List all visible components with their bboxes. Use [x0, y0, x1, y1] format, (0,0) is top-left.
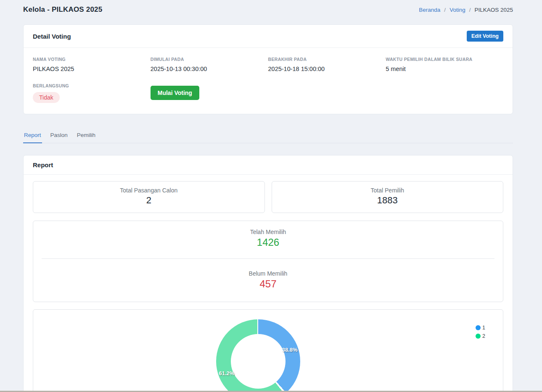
field-label: WAKTU PEMILIH DALAM BILIK SUARA — [386, 57, 503, 62]
field-berakhir-pada: BERAKHIR PADA 2025-10-18 15:00:00 — [268, 57, 386, 72]
breadcrumb-separator: / — [444, 7, 446, 13]
stat-label: Telah Memilih — [42, 229, 494, 235]
legend-dot-green — [476, 334, 481, 339]
stat-value-red: 457 — [42, 278, 494, 290]
stat-value: 2 — [38, 195, 259, 206]
legend-item-1[interactable]: 1 — [476, 325, 485, 331]
status-badge: Tidak — [33, 92, 60, 103]
detail-voting-header: Detail Voting Edit Voting — [24, 25, 513, 48]
stat-label: Total Pemilih — [277, 187, 498, 194]
legend-item-2[interactable]: 2 — [476, 333, 485, 339]
vote-share-chart: 38.8% 61.2% 1 2 — [33, 309, 503, 392]
tab-paslon[interactable]: Paslon — [50, 128, 69, 143]
stat-total-pemilih: Total Pemilih 1883 — [272, 181, 504, 213]
detail-voting-title: Detail Voting — [33, 33, 71, 40]
tab-bar: Report Paslon Pemilih — [23, 128, 513, 143]
field-value: 2025-10-13 00:30:00 — [151, 66, 268, 72]
slice-label-2: 61.2% — [219, 370, 234, 376]
field-dimulai-pada: DIMULAI PADA 2025-10-13 00:30:00 — [151, 57, 268, 72]
chart-legend: 1 2 — [476, 325, 485, 339]
stat-label: Total Pasangan Calon — [38, 187, 259, 194]
stat-belum-memilih: Belum Memilih 457 — [42, 270, 494, 290]
stat-row: Total Pasangan Calon 2 Total Pemilih 188… — [33, 181, 503, 213]
start-voting-cell: Mulai Voting — [151, 83, 268, 103]
slice-label-1: 38.8% — [282, 347, 298, 353]
legend-dot-blue — [476, 325, 481, 330]
field-waktu-bilik: WAKTU PEMILIH DALAM BILIK SUARA 5 menit — [386, 57, 503, 72]
breadcrumb-current: PILKAOS 2025 — [474, 7, 513, 13]
mulai-voting-button[interactable]: Mulai Voting — [151, 86, 199, 100]
field-value: 2025-10-18 15:00:00 — [268, 66, 386, 72]
breadcrumb: Beranda / Voting / PILKAOS 2025 — [419, 7, 513, 13]
legend-label: 2 — [482, 333, 485, 339]
field-label: BERAKHIR PADA — [268, 57, 386, 62]
report-header: Report — [24, 155, 513, 175]
field-label: NAMA VOTING — [33, 57, 151, 62]
breadcrumb-separator: / — [469, 7, 471, 13]
breadcrumb-link-voting[interactable]: Voting — [449, 7, 465, 13]
page-header: Kelola - PILKAOS 2025 Beranda / Voting /… — [23, 0, 513, 24]
field-value: PILKAOS 2025 — [33, 66, 151, 72]
stat-total-paslon: Total Pasangan Calon 2 — [33, 181, 265, 213]
tab-report[interactable]: Report — [23, 128, 42, 143]
stat-telah-memilih: Telah Memilih 1426 — [42, 229, 494, 248]
detail-voting-body: NAMA VOTING PILKAOS 2025 DIMULAI PADA 20… — [24, 48, 513, 114]
tab-pemilih[interactable]: Pemilih — [76, 128, 96, 143]
stat-value-green: 1426 — [42, 237, 494, 248]
edit-voting-button[interactable]: Edit Voting — [467, 31, 503, 42]
report-title: Report — [33, 161, 53, 168]
stat-label: Belum Memilih — [42, 270, 494, 277]
donut-chart: 38.8% 61.2% — [216, 319, 300, 392]
field-nama-voting: NAMA VOTING PILKAOS 2025 — [33, 57, 151, 72]
detail-voting-card: Detail Voting Edit Voting NAMA VOTING PI… — [23, 24, 513, 114]
report-card: Report Total Pasangan Calon 2 Total Pemi… — [23, 155, 513, 392]
stat-memilih-box: Telah Memilih 1426 Belum Memilih 457 — [33, 221, 503, 302]
page-title: Kelola - PILKAOS 2025 — [23, 5, 102, 14]
breadcrumb-link-beranda[interactable]: Beranda — [419, 7, 440, 13]
field-label: DIMULAI PADA — [151, 57, 268, 62]
legend-label: 1 — [482, 325, 485, 331]
stat-value: 1883 — [277, 195, 498, 206]
field-berlangsung: BERLANGSUNG Tidak — [33, 83, 151, 103]
report-body: Total Pasangan Calon 2 Total Pemilih 188… — [24, 175, 513, 392]
divider — [42, 258, 494, 259]
field-label: BERLANGSUNG — [33, 83, 151, 88]
field-value: 5 menit — [386, 66, 503, 72]
